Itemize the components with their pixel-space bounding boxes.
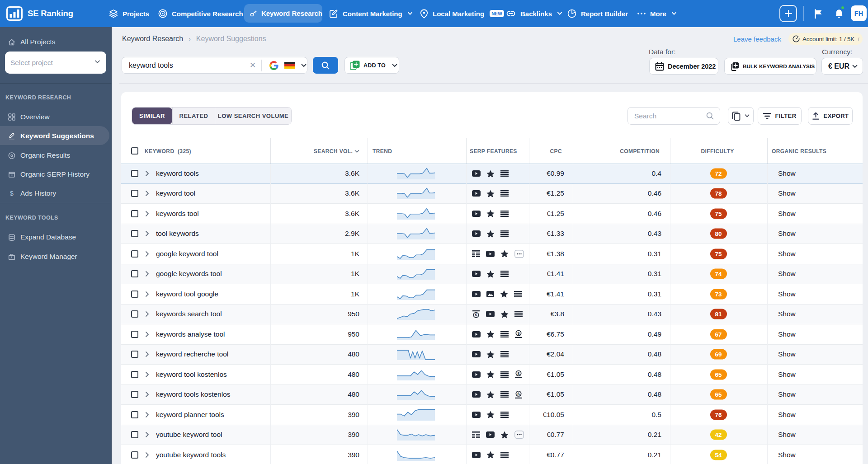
svg-text:$: $	[10, 190, 14, 197]
svg-text:$: $	[517, 391, 519, 396]
svg-text:$: $	[517, 371, 519, 376]
svg-text:$: $	[475, 313, 477, 317]
svg-text:$: $	[517, 331, 519, 336]
